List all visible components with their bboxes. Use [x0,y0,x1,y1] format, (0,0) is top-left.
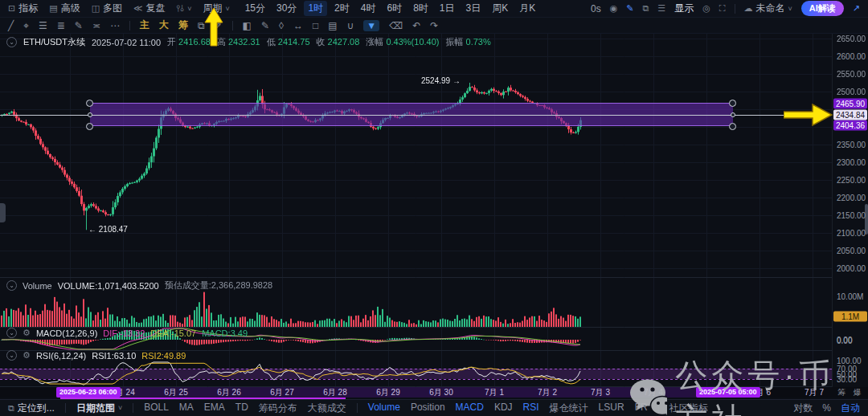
main-chart[interactable]: ⌄ ETH/USDT永续 2025-07-02 11:00 开 2416.68 … [0,34,832,387]
indicator-button[interactable]: ⊡ 指标 [8,2,38,15]
collapse-icon[interactable]: ⌄ [6,350,17,361]
close-value: 2427.08 [328,37,360,47]
multi-chart-icon: ◫ [92,4,100,13]
day-label-6月 25[interactable]: 6月 25 [164,387,187,398]
interval-8时[interactable]: 8时 [409,1,432,16]
overlay-EMA[interactable]: EMA [204,402,225,415]
chevron-down-icon: ˅ [788,5,792,13]
collapse-icon[interactable]: ⌄ [6,280,17,291]
close-label: 收 [317,37,326,47]
edit-icon[interactable]: ✎ [626,4,633,13]
panel-collapse-tab[interactable] [0,203,6,222]
settings-icon[interactable]: ⚙ [23,328,31,337]
amplitude-value: 0.73% [466,37,491,47]
range-start-badge[interactable]: 2025-06-23 06:00 [56,387,121,398]
advanced-button[interactable]: ▤ 高级 [49,2,80,15]
overlay-大额成交[interactable]: 大额成交 [308,402,346,415]
indicator-Volume[interactable]: Volume [368,402,400,415]
price-axis[interactable]: 2465.90 2434.84 2404.36 1.1M 2650.002600… [832,34,868,387]
pencil-tool-icon[interactable]: ✎ [75,21,83,31]
day-label-7月 1[interactable]: 7月 1 [485,387,504,398]
range-handle-mid-right[interactable] [731,112,735,117]
overlay-TD[interactable]: TD [235,402,248,415]
ai-analysis-button[interactable]: AI解读 [801,1,844,16]
note-icon[interactable]: ▤ [328,21,337,31]
locate-button[interactable]: ⧉ 定位到... [8,402,55,415]
date-range-dropdown[interactable]: 日期范围 ˅ [76,402,122,415]
crosshair-tool-icon[interactable]: ⌖ [23,21,29,31]
day-label-6月 30[interactable]: 6月 30 [429,387,452,398]
share-icon[interactable]: ↗ [853,4,860,13]
interval-月K[interactable]: 月K [515,1,539,16]
interval-30分[interactable]: 30分 [272,1,301,16]
chart-type-selector[interactable]: ⫯⫰ ˅ [177,4,192,13]
list-icon[interactable]: ☰ [657,4,665,13]
trash-icon[interactable]: ⌫ [389,21,403,31]
interval-2时[interactable]: 2时 [330,1,354,16]
price-tick-2150.00: 2150.00 [837,211,866,220]
day-label-7月 2[interactable]: 7月 2 [538,387,557,398]
layout-icon[interactable]: ⧉ [642,4,649,13]
camera-icon[interactable]: ◉ [610,4,618,13]
settings-icon[interactable]: ⚙ [23,351,31,360]
range-handle-mid-left[interactable] [88,112,92,117]
interval-6时[interactable]: 6时 [383,1,406,16]
interval-3日[interactable]: 3日 [462,1,485,16]
trendline-tool-icon[interactable]: ╱ [8,21,14,31]
interval-4时[interactable]: 4时 [357,1,380,16]
undo-icon[interactable]: ↶ [412,21,420,31]
main-chart-toggle[interactable]: 主 [140,18,149,32]
day-label-6月 26[interactable]: 6月 26 [217,387,240,398]
dif-value: -13.32 [120,328,145,338]
timer-label: 0s [591,3,601,14]
indicator-RSI[interactable]: RSI [523,402,539,415]
indicator-MACD[interactable]: MACD [456,402,484,415]
multi-chart-button[interactable]: ◫ 多图 [92,2,122,15]
paint-icon[interactable]: ◧ [243,21,252,31]
interval-1日[interactable]: 1日 [436,1,459,16]
indicator-Position[interactable]: Position [411,402,445,415]
big-orders-toggle[interactable]: 大 [159,18,169,32]
filter-icon[interactable]: ▼ [363,20,379,31]
indicator-LSUR[interactable]: LSUR [599,402,624,415]
interval-周K[interactable]: 周K [488,1,512,16]
replay-button[interactable]: ≪ 复盘 [133,2,166,15]
layers-tool-icon[interactable]: ≣ [57,21,65,31]
display-button[interactable]: 显示 [674,2,694,15]
day-label-6月 27[interactable]: 6月 27 [270,387,293,398]
more-tools-icon[interactable]: ⋯ [110,21,120,31]
interval-1时[interactable]: 1时 [304,1,327,16]
collapse-icon[interactable]: ⌄ [6,328,17,338]
eraser-icon[interactable]: ◊ [279,21,284,31]
day-label-6月 28[interactable]: 6月 28 [323,387,346,398]
measure-icon[interactable]: ↔ [293,21,303,31]
redo-icon[interactable]: ↷ [430,21,438,31]
indicator-爆仓统计[interactable]: 爆仓统计 [550,402,588,415]
price-tick-2300.00: 2300.00 [837,158,866,167]
chip-distribution-toggle[interactable]: 筹 [178,18,188,32]
magnet-icon[interactable]: ∪ [347,21,354,31]
rsi-pane-header: ⌄ ⚙ RSI(6,12,24) RSI1:63.10 RSI2:49.89 [6,350,186,361]
box-icon[interactable]: □ [313,21,318,31]
overlay-MA[interactable]: MA [179,402,194,415]
hline-tool-icon[interactable]: ☰ [39,21,47,31]
draw-icon[interactable]: ✎ [261,21,269,31]
overlay-BOLL[interactable]: BOLL [144,402,169,415]
low-price-annotation: ← 2108.47 [88,225,128,234]
day-label-6月 29[interactable]: 6月 29 [376,387,399,398]
record-icon[interactable]: ◎ [702,4,710,13]
channel-tool-icon[interactable]: ≍ [92,21,100,31]
range-handle-bottom-left[interactable] [86,123,93,130]
range-handle-top-left[interactable] [86,100,93,107]
range-handle-bottom-right[interactable] [729,123,736,130]
chevron-down-icon: ˅ [187,5,191,13]
workspace-selector[interactable]: ☁ 未命名 ˅ [744,2,792,15]
indicator-KDJ[interactable]: KDJ [494,402,513,415]
day-label-7月 3[interactable]: 7月 3 [591,387,610,398]
interval-15分[interactable]: 15分 [241,1,269,16]
fullscreen-icon[interactable]: ⛶ [719,4,726,13]
overlay-筹码分布[interactable]: 筹码分布 [259,402,297,415]
collapse-icon[interactable]: ⌄ [6,37,17,47]
range-handle-top-right[interactable] [729,100,736,107]
advanced-label: 高级 [61,2,80,15]
